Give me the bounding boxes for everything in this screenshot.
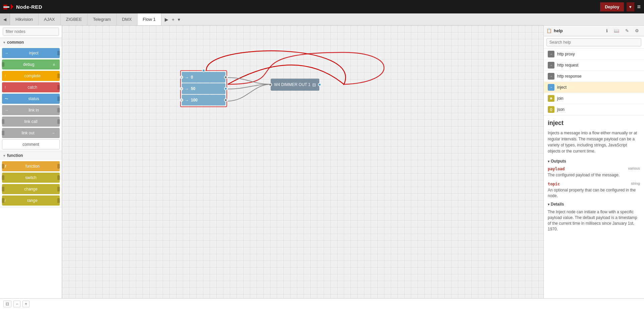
inject-group[interactable]: → 0 → 50 → 100 xyxy=(180,70,227,107)
zoom-in-button[interactable]: + xyxy=(22,301,30,307)
port-top-inject-group xyxy=(202,69,205,72)
palette-category-common-header[interactable]: ▾ common xyxy=(0,38,62,47)
http-request-icon: → xyxy=(548,62,554,69)
port-right xyxy=(57,51,60,55)
port-right xyxy=(57,187,60,191)
app-title: Node-RED xyxy=(16,4,42,10)
palette-node-status[interactable]: 〜 status xyxy=(2,94,60,104)
wires-svg xyxy=(62,26,543,298)
palette-node-complete[interactable]: ! complete xyxy=(2,71,60,81)
inject-node-50[interactable]: → 50 xyxy=(182,83,225,94)
info-icon: i xyxy=(5,198,5,203)
dimmer-node[interactable]: W4 DIMMER OUT 1 ⊟ xyxy=(271,79,319,91)
arrow-icon: → xyxy=(5,108,8,112)
tab-add-button[interactable]: + xyxy=(170,16,176,23)
port-left xyxy=(2,164,4,169)
canvas-area[interactable]: → 0 → 50 → 100 W4 DIMMER OUT 1 ⊟ xyxy=(62,26,543,298)
palette-node-debug[interactable]: debug ≡ xyxy=(2,59,60,70)
palette-category-common: ▾ common → inject debug ≡ ! complete xyxy=(0,38,62,151)
port-left xyxy=(2,119,4,124)
port-left xyxy=(2,131,4,135)
tab-ajax[interactable]: AJAX xyxy=(39,13,61,25)
topbar: Node-RED Deploy ▾ ≡ xyxy=(0,0,644,13)
tab-actions: ▶ + ▾ xyxy=(161,13,183,25)
svg-rect-2 xyxy=(3,8,7,9)
right-panel: 📋 help ℹ 📖 ✎ ⚙ → http proxy → http reque… xyxy=(543,26,644,298)
palette-function-nodes: f function switch change i ran xyxy=(0,160,62,207)
tab-telegram[interactable]: Telegram xyxy=(88,13,116,25)
port-left-inj0 xyxy=(180,76,183,79)
sliders-icon: ⊟ xyxy=(312,82,316,87)
palette-category-function: ▾ function f function switch change xyxy=(0,151,62,207)
sidebar-toggle-button[interactable]: ◀ xyxy=(0,13,10,25)
port-left-inj100 xyxy=(180,98,183,102)
info-button[interactable]: ℹ xyxy=(604,27,610,35)
port-right xyxy=(57,198,60,203)
function-icon: f xyxy=(5,164,6,168)
outputs-section-header: ▾ Outputs xyxy=(548,159,640,164)
inject-node-100[interactable]: → 100 xyxy=(182,95,225,105)
http-proxy-icon: → xyxy=(548,51,554,57)
help-node-http-response[interactable]: → http response xyxy=(544,71,644,82)
palette-filter-input[interactable] xyxy=(3,28,59,36)
help-node-json[interactable]: {} json xyxy=(544,104,644,115)
tab-zigbee[interactable]: ZIGBEE xyxy=(61,13,88,25)
tab-dmx[interactable]: DMX xyxy=(117,13,138,25)
palette-category-function-header[interactable]: ▾ function xyxy=(0,151,62,160)
gear-button[interactable]: ⚙ xyxy=(633,27,641,35)
deploy-button[interactable]: Deploy xyxy=(600,2,624,11)
help-node-http-request[interactable]: → http request xyxy=(544,60,644,71)
output-payload: payload various The configured payload o… xyxy=(548,166,640,178)
palette-node-change[interactable]: change xyxy=(2,184,60,194)
book-button[interactable]: 📖 xyxy=(611,27,622,35)
help-node-http-proxy[interactable]: → http proxy xyxy=(544,49,644,60)
inject-arrow-icon: → xyxy=(184,75,189,80)
zoom-out-button[interactable]: − xyxy=(13,301,20,307)
palette-node-comment[interactable]: comment xyxy=(2,139,60,149)
chevron-icon: ▾ xyxy=(548,160,549,163)
port-left-inj50 xyxy=(180,87,183,90)
logo-icon xyxy=(3,3,14,10)
help-nodes-list: → http proxy → http request → http respo… xyxy=(544,49,644,116)
port-right-dimmer xyxy=(318,83,321,86)
tab-dropdown-button[interactable]: ▾ xyxy=(176,16,181,23)
help-panel-title: 📋 help xyxy=(546,28,602,33)
help-node-inject[interactable]: → inject xyxy=(544,82,644,93)
port-left xyxy=(2,198,4,203)
palette-node-link-call[interactable]: link call xyxy=(2,117,60,127)
palette-node-link-out[interactable]: link out → xyxy=(2,128,60,138)
palette-node-function[interactable]: f function xyxy=(2,161,60,171)
palette-node-range[interactable]: i range xyxy=(2,195,60,206)
palette-node-inject[interactable]: → inject xyxy=(2,48,60,58)
clipboard-icon: 📋 xyxy=(546,28,552,33)
palette-node-switch[interactable]: switch xyxy=(2,173,60,183)
tab-play-button[interactable]: ▶ xyxy=(163,16,170,23)
palette-node-catch[interactable]: ! catch xyxy=(2,82,60,92)
palette-node-link-in[interactable]: → link in xyxy=(2,105,60,115)
search-help-input[interactable] xyxy=(546,38,641,46)
statusbar-left: ⊡ − + xyxy=(3,301,30,307)
details-section-header: ▾ Details xyxy=(548,202,640,207)
deploy-dropdown-button[interactable]: ▾ xyxy=(627,2,634,11)
tab-flow1[interactable]: Flow 1 xyxy=(138,13,161,26)
tab-hikvision[interactable]: Hikvision xyxy=(10,13,39,25)
tabbar: ◀ Hikvision AJAX ZIGBEE Telegram DMX Flo… xyxy=(0,13,644,26)
menu-icon[interactable]: ≡ xyxy=(637,3,641,10)
fit-view-button[interactable]: ⊡ xyxy=(3,301,11,307)
json-icon: {} xyxy=(548,106,554,113)
port-right xyxy=(57,175,60,180)
port-right xyxy=(57,164,60,169)
port-right-inj0 xyxy=(224,76,227,79)
topbar-right: Deploy ▾ ≡ xyxy=(600,2,641,11)
statusbar: ⊡ − + xyxy=(0,298,644,309)
join-icon: ⊕ xyxy=(548,95,554,102)
inject-node-0[interactable]: → 0 xyxy=(182,72,225,83)
help-node-join[interactable]: ⊕ join xyxy=(544,93,644,104)
main-layout: ▾ common → inject debug ≡ ! complete xyxy=(0,26,644,298)
exclaim-icon: ! xyxy=(5,85,6,89)
list-icon: ≡ xyxy=(53,62,55,67)
wave-icon: 〜 xyxy=(5,96,8,101)
edit-button[interactable]: ✎ xyxy=(623,27,631,35)
port-right xyxy=(57,96,60,101)
port-right xyxy=(57,108,60,113)
